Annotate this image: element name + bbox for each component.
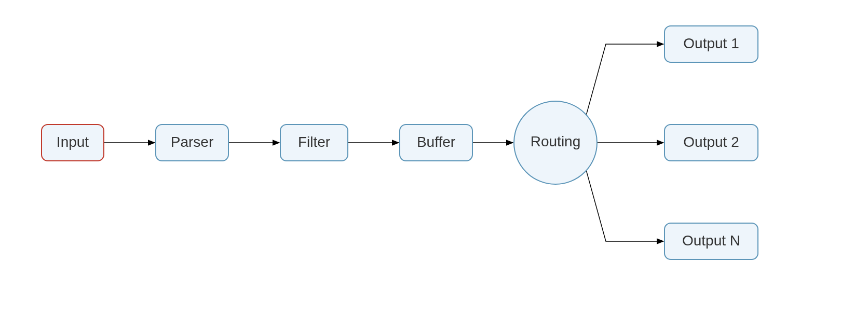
edge-routing-outputN <box>586 171 663 241</box>
node-input-label: Input <box>57 134 89 150</box>
node-output2: Output 2 <box>664 125 758 161</box>
node-buffer: Buffer <box>400 125 472 161</box>
node-routing-label: Routing <box>531 133 581 149</box>
node-routing: Routing <box>514 101 597 184</box>
flow-diagram: Input Parser Filter Buffer Routing Outpu… <box>0 0 868 330</box>
node-parser-label: Parser <box>171 134 213 150</box>
node-outputN-label: Output N <box>682 232 740 249</box>
node-output1: Output 1 <box>664 26 758 62</box>
node-outputN: Output N <box>664 223 758 259</box>
node-output2-label: Output 2 <box>683 134 739 150</box>
edge-routing-output1 <box>586 44 663 115</box>
node-input: Input <box>42 125 104 161</box>
node-filter-label: Filter <box>298 134 330 150</box>
node-buffer-label: Buffer <box>417 134 455 150</box>
node-output1-label: Output 1 <box>683 35 739 51</box>
node-parser: Parser <box>156 125 228 161</box>
node-filter: Filter <box>280 125 348 161</box>
